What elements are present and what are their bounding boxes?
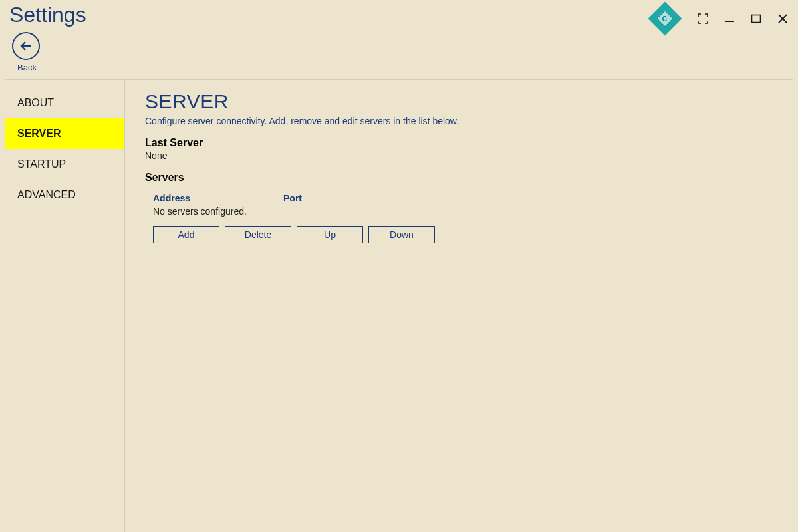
sidebar-item-startup[interactable]: STARTUP (5, 149, 124, 180)
sidebar-item-about[interactable]: ABOUT (5, 88, 124, 118)
window-title: Settings (9, 0, 86, 28)
back-button[interactable] (12, 32, 40, 60)
col-address: Address (153, 193, 283, 203)
col-port: Port (283, 193, 363, 203)
fullscreen-icon[interactable] (696, 11, 710, 26)
last-server-label: Last Server (145, 137, 778, 149)
arrow-left-icon (19, 39, 33, 53)
down-button[interactable]: Down (368, 226, 435, 243)
page-description: Configure server connectivity. Add, remo… (145, 116, 778, 126)
add-button[interactable]: Add (153, 226, 219, 243)
back-label: Back (17, 63, 798, 72)
servers-empty-message: No servers configured. (145, 206, 778, 217)
svg-rect-1 (752, 15, 761, 23)
back-area: Back (0, 32, 798, 79)
window-controls: C (653, 0, 790, 31)
sidebar-item-advanced[interactable]: ADVANCED (5, 180, 124, 210)
delete-button[interactable]: Delete (225, 226, 291, 243)
sidebar-item-server[interactable]: SERVER (5, 118, 124, 149)
page-heading: SERVER (145, 90, 778, 113)
app-logo-icon: C (653, 7, 677, 31)
server-button-row: Add Delete Up Down (145, 226, 778, 243)
content: SERVER Configure server connectivity. Ad… (125, 80, 798, 532)
servers-table-header: Address Port (145, 193, 778, 203)
maximize-icon[interactable] (749, 11, 763, 26)
sidebar: ABOUT SERVER STARTUP ADVANCED (5, 80, 125, 532)
up-button[interactable]: Up (297, 226, 363, 243)
servers-label: Servers (145, 172, 778, 184)
close-icon[interactable] (775, 11, 790, 26)
body: ABOUT SERVER STARTUP ADVANCED SERVER Con… (0, 80, 798, 532)
titlebar: Settings C (0, 0, 798, 32)
minimize-icon[interactable] (722, 11, 737, 26)
last-server-value: None (145, 150, 778, 161)
